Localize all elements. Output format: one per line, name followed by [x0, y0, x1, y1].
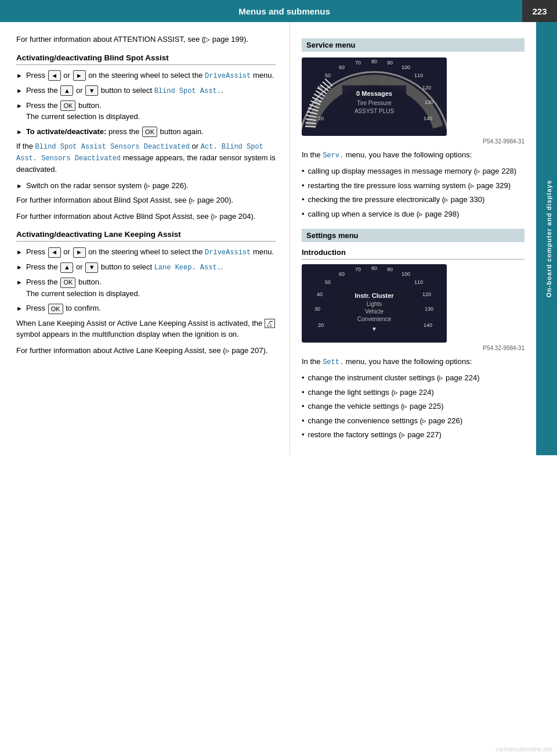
svg-text:40: 40	[317, 85, 323, 91]
arrow-icon-2: ►	[16, 86, 23, 96]
blind-spot-bullet-4: ► To activate/deactivate: press the OK b…	[16, 126, 276, 138]
right-sidebar-container: On-board computer and displays	[536, 22, 557, 455]
btn-right-2: ►	[73, 247, 86, 258]
btn-up-1: ▲	[60, 85, 73, 96]
svg-text:140: 140	[424, 322, 432, 328]
blind-spot-heading: Activating/deactivating Blind Spot Assis…	[16, 53, 276, 62]
blind-spot-bullet-3: ► Press the OK button.The current select…	[16, 100, 276, 123]
sidebar-blue-accent	[536, 22, 541, 455]
if-statement: If the Blind Spot Assist Sensors Deactiv…	[16, 141, 276, 175]
btn-down-1: ▼	[85, 85, 98, 96]
header-page-number: 223	[522, 0, 557, 22]
btn-right-1: ►	[73, 70, 86, 81]
dot-2: •	[302, 180, 305, 192]
svg-text:Vehicle: Vehicle	[365, 308, 384, 315]
lane-keeping-heading: Activating/deactivating Lane Keeping Ass…	[16, 230, 276, 239]
blind-spot-deactivated-code: Blind Spot Assist Sensors Deactivated	[35, 143, 190, 151]
svg-text:90: 90	[387, 267, 393, 272]
further-active-blind-spot: For further information about Active Bli…	[16, 211, 276, 222]
right-content: Service menu 20 30 40 50 60 70 80 90	[290, 22, 536, 455]
svg-text:130: 130	[425, 99, 433, 105]
watermark: carmanualsonline.info	[496, 746, 552, 753]
svg-text:50: 50	[325, 279, 331, 285]
service-menu-header: Service menu	[302, 38, 525, 52]
dot-s4: •	[302, 415, 305, 427]
lane-keep-bullet-3: ► Press the OK button.The current select…	[16, 276, 276, 299]
drive-assist-code-2: DriveAssist	[205, 249, 251, 257]
svg-text:Tire Pressure: Tire Pressure	[357, 100, 392, 106]
svg-text:90: 90	[387, 60, 393, 66]
main-layout: For further information about ATTENTION …	[0, 22, 557, 455]
svg-text:20: 20	[318, 322, 324, 328]
dot-1: •	[302, 165, 305, 177]
lane-keep-bullet-2: ► Press the ▲ or ▼ button to select Lane…	[16, 261, 276, 273]
lane-keep-bullet-4: ► Press OK to confirm.	[16, 303, 276, 314]
svg-text:100: 100	[402, 271, 410, 277]
serv-code: Serv.	[323, 152, 343, 160]
svg-text:70: 70	[355, 60, 361, 66]
settings-gauge-caption: P54.32-9984-31	[302, 345, 525, 351]
arrow-icon-1: ►	[16, 71, 23, 81]
blind-spot-bullet-2: ► Press the ▲ or ▼ button to select Blin…	[16, 85, 276, 96]
svg-text:130: 130	[425, 306, 433, 312]
arrow-icon-6: ►	[16, 247, 23, 257]
settings-option-4: • change the convenience settings (▹ pag…	[302, 415, 525, 427]
blind-spot-code: Blind Spot Asst.	[154, 87, 221, 95]
dot-4: •	[302, 208, 305, 220]
service-gauge-caption: P54.32-9984-31	[302, 138, 525, 145]
btn-ok-2: OK	[142, 127, 157, 137]
dot-s2: •	[302, 387, 305, 398]
svg-text:30: 30	[314, 306, 320, 312]
service-option-3: • checking the tire pressure electronica…	[302, 194, 525, 206]
btn-ok-4: OK	[48, 304, 63, 314]
sett-code: Sett.	[323, 358, 343, 366]
svg-text:80: 80	[371, 265, 377, 271]
btn-ok-3: OK	[60, 278, 75, 288]
svg-text:100: 100	[402, 64, 410, 70]
further-lane-keep: For further information about Active Lan…	[16, 345, 276, 357]
btn-left-1: ◄	[48, 70, 61, 81]
intro-paragraph: For further information about ATTENTION …	[16, 34, 276, 45]
arrow-icon-3: ►	[16, 101, 23, 111]
svg-text:80: 80	[371, 59, 377, 64]
btn-down-2: ▼	[85, 262, 98, 273]
sidebar-tab-label: On-board computer and displays	[545, 180, 552, 297]
arrow-icon-5: ►	[16, 181, 23, 191]
right-sidebar-tab: On-board computer and displays	[541, 22, 557, 455]
dot-3: •	[302, 194, 305, 206]
svg-text:20: 20	[318, 116, 324, 121]
lane-keep-when: When Lane Keeping Assist or Active Lane …	[16, 318, 276, 340]
svg-text:60: 60	[339, 271, 345, 277]
svg-text:ASSYST PLUS: ASSYST PLUS	[355, 108, 395, 114]
service-gauge-svg: 20 30 40 50 60 70 80 90 100 110 120 130 …	[302, 57, 447, 136]
intro-divider	[302, 259, 525, 260]
svg-text:60: 60	[339, 64, 345, 70]
header-title: Menus and submenus	[0, 6, 522, 16]
settings-gauge: 20 30 40 50 60 70 80 90 100 110 120 130 …	[302, 264, 447, 343]
settings-option-3: • change the vehicle settings (▹ page 22…	[302, 401, 525, 412]
service-option-4: • calling up when a service is due (▹ pa…	[302, 208, 525, 220]
svg-text:Lights: Lights	[367, 301, 382, 307]
dot-s1: •	[302, 372, 305, 384]
service-option-2: • restarting the tire pressure loss warn…	[302, 180, 525, 192]
settings-option-5: • restore the factory settings (▹ page 2…	[302, 429, 525, 441]
svg-text:120: 120	[422, 85, 431, 91]
intro-heading: Introduction	[302, 248, 525, 257]
settings-menu-header: Settings menu	[302, 229, 525, 242]
header-bar: Menus and submenus 223	[0, 0, 557, 22]
svg-text:30: 30	[314, 99, 320, 105]
btn-ok-1: OK	[60, 100, 75, 111]
lane-keep-bullet-1: ► Press ◄ or ► on the steering wheel to …	[16, 246, 276, 258]
svg-text:Instr. Cluster: Instr. Cluster	[355, 292, 394, 299]
svg-text:40: 40	[317, 291, 323, 297]
svg-text:110: 110	[414, 279, 423, 285]
svg-text:▼: ▼	[371, 326, 377, 332]
arrow-icon-9: ►	[16, 304, 23, 314]
settings-gauge-svg: 20 30 40 50 60 70 80 90 100 110 120 130 …	[302, 264, 447, 343]
btn-left-2: ◄	[48, 247, 61, 258]
lane-keep-code: Lane Keep. Asst.	[154, 264, 221, 272]
svg-text:Convenience: Convenience	[357, 316, 392, 322]
lane-keep-symbol: △ ̅	[265, 319, 275, 328]
svg-text:120: 120	[422, 291, 431, 297]
settings-intro: In the Sett. menu, you have the followin…	[302, 356, 525, 368]
